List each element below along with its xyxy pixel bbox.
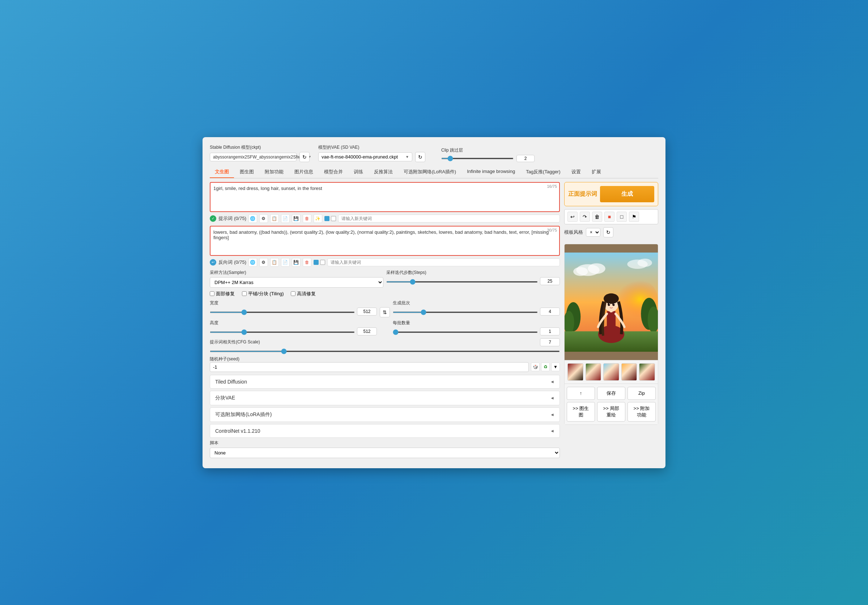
icon-toolbar: ↩ ↷ 🗑 ■ □ ⚑	[564, 209, 658, 224]
vae-refresh-btn[interactable]: ↻	[415, 152, 425, 162]
positive-checkbox2[interactable]	[331, 216, 336, 221]
tab-lora[interactable]: 可选附加网络(LoRA插件)	[398, 166, 461, 178]
tab-tagger[interactable]: Tag反推(Tagger)	[521, 166, 565, 178]
batch-count-value: 4	[540, 307, 560, 315]
back-btn[interactable]: ↩	[567, 212, 578, 222]
neg-save-btn[interactable]: 💾	[292, 258, 301, 267]
prompt-copy-btn[interactable]: 📋	[270, 214, 279, 223]
seed-dropdown-btn[interactable]: ▼	[551, 363, 560, 371]
thumbnail-5[interactable]	[639, 363, 655, 381]
steps-group: 采样迭代步数(Steps) 25	[386, 270, 560, 288]
tab-img2img[interactable]: 图生图	[235, 166, 259, 178]
trash-btn[interactable]: 🗑	[592, 212, 602, 222]
clip-section: Clip 跳过层 2	[441, 147, 535, 162]
seed-input[interactable]	[210, 362, 529, 372]
thumbnail-1[interactable]	[567, 363, 583, 381]
to-img2img-btn[interactable]: >> 图生图	[567, 402, 595, 422]
tiling-checkbox[interactable]: 平铺/分块 (Tiling)	[242, 290, 284, 297]
tab-info[interactable]: 图片信息	[289, 166, 318, 178]
vae-section: 模型的VAE (SD VAE) vae-ft-mse-840000-ema-pr…	[318, 144, 425, 162]
prompt-magic-btn[interactable]: ✨	[313, 214, 322, 223]
tab-merge[interactable]: 模型合并	[319, 166, 348, 178]
prompt-globe-btn[interactable]: 🌐	[248, 214, 257, 223]
seed-recycle-btn[interactable]: ♻	[541, 363, 550, 371]
face-restore-checkbox[interactable]: 面部修复	[210, 290, 235, 297]
share-btn[interactable]: ↑	[567, 387, 595, 400]
negative-prompt-toolbar: ↩ 反向词 (0/75) 🌐 ⚙ 📋 📄 💾 🗑	[210, 258, 560, 267]
lora-header[interactable]: 可选附加网络(LoRA插件) ◄	[210, 408, 560, 422]
negative-keyword-input[interactable]	[327, 258, 560, 266]
positive-checkbox[interactable]	[324, 216, 330, 221]
extras-btn[interactable]: >> 附加功能	[628, 402, 656, 422]
negative-checkbox[interactable]	[313, 260, 319, 265]
zip-btn[interactable]: Zip	[628, 387, 656, 400]
script-select[interactable]: None	[210, 448, 560, 458]
thumbnail-2[interactable]	[586, 363, 601, 381]
tab-train[interactable]: 训练	[349, 166, 368, 178]
positive-prompt-toolbar: ✓ 提示词 (0/75) 🌐 ⚙ 📋 📄 💾 🗑 ✨	[210, 214, 560, 223]
neg-globe-btn[interactable]: 🌐	[248, 258, 257, 267]
script-row: 脚本 None	[210, 440, 560, 458]
negative-checkbox2[interactable]	[320, 260, 325, 265]
prompt-paste-btn[interactable]: 📄	[281, 214, 290, 223]
positive-circle-icon: ✓	[210, 215, 216, 222]
width-slider[interactable]	[210, 312, 355, 313]
thumbnail-3[interactable]	[603, 363, 619, 381]
neg-paste-btn[interactable]: 📄	[281, 258, 290, 267]
inpaint-btn[interactable]: >> 局部重绘	[597, 402, 625, 422]
prompt-settings-btn[interactable]: ⚙	[259, 214, 268, 223]
hires-checkbox[interactable]: 高清修复	[291, 290, 316, 297]
tab-txt2img[interactable]: 文生图	[210, 166, 234, 178]
height-slider[interactable]	[210, 332, 355, 333]
template-refresh-btn[interactable]: ↻	[603, 227, 614, 237]
svg-point-19	[609, 303, 610, 304]
tab-browse[interactable]: Infinite image browsing	[462, 166, 520, 178]
tab-extra[interactable]: 附加功能	[260, 166, 288, 178]
negative-count: (0/75)	[234, 259, 246, 265]
main-window: Stable Diffusion 模型(ckpt) abyssorangemix…	[203, 137, 665, 468]
batch-size-slider[interactable]	[393, 332, 538, 333]
controlnet-header[interactable]: ControlNet v1.1.210 ◄	[210, 424, 560, 437]
neg-copy-btn[interactable]: 📋	[270, 258, 279, 267]
tiled-diffusion-header[interactable]: Tiled Diffusion ◄	[210, 375, 560, 388]
model-select[interactable]: abyssorangemix2SFW_abyssorangemix2Sfw.sa…	[210, 153, 296, 161]
save-btn[interactable]: 保存	[597, 387, 625, 400]
right-panel: 正面提示词 生成 ↩ ↷ 🗑 ■ □ ⚑ 模板风格 × ↻	[564, 182, 658, 461]
neg-settings-btn[interactable]: ⚙	[259, 258, 268, 267]
positive-keyword-input[interactable]	[338, 214, 560, 223]
gray-square-btn[interactable]: □	[617, 212, 627, 222]
batch-count-slider[interactable]	[393, 312, 538, 313]
red-square-btn[interactable]: ■	[604, 212, 614, 222]
steps-slider[interactable]	[386, 281, 538, 282]
rotate-btn[interactable]: ↷	[580, 212, 590, 222]
prompt-delete-btn[interactable]: 🗑	[303, 214, 312, 223]
clip-slider[interactable]	[441, 158, 513, 159]
tab-extensions[interactable]: 扩展	[587, 166, 606, 178]
template-select[interactable]: ×	[586, 228, 600, 237]
top-bar: Stable Diffusion 模型(ckpt) abyssorangemix…	[210, 144, 658, 162]
seed-random-btn[interactable]: 🎲	[531, 363, 539, 371]
neg-delete-btn[interactable]: 🗑	[303, 258, 312, 267]
generate-button[interactable]: 生成	[600, 186, 654, 202]
action-buttons: ↑ 保存 Zip >> 图生图 >> 局部重绘 >> 附加功能	[564, 383, 658, 424]
tiling-label: 平铺/分块 (Tiling)	[248, 290, 284, 297]
vae-select[interactable]: vae-ft-mse-840000-ema-pruned.ckpt ▼	[318, 152, 412, 161]
vae-header[interactable]: 分块VAE ◄	[210, 391, 560, 405]
steps-label: 采样迭代步数(Steps)	[386, 270, 560, 276]
cfg-label: 提示词相关性(CFG Scale)	[210, 339, 260, 345]
svg-point-17	[608, 303, 610, 306]
negative-prompt-input[interactable]: lowers, bad anatomy, ((bad hands)), (wor…	[213, 230, 556, 251]
tab-reverse[interactable]: 反推算法	[369, 166, 398, 178]
flag-btn[interactable]: ⚑	[629, 212, 639, 222]
height-value: 512	[357, 327, 377, 335]
prompt-save-btn[interactable]: 💾	[292, 214, 301, 223]
model-refresh-btn[interactable]: ↻	[299, 152, 310, 162]
cfg-slider[interactable]	[210, 351, 560, 352]
swap-dimensions-btn[interactable]: ⇅	[380, 307, 390, 317]
tab-settings[interactable]: 设置	[566, 166, 586, 178]
positive-prompt-input[interactable]: 1girl, smile, red dress, long hair, suns…	[213, 186, 556, 207]
svg-rect-13	[607, 311, 615, 328]
thumbnail-4[interactable]	[622, 363, 637, 381]
positive-token-count: 16/75	[547, 184, 557, 189]
sampler-select[interactable]: DPM++ 2M Karras	[210, 277, 383, 288]
